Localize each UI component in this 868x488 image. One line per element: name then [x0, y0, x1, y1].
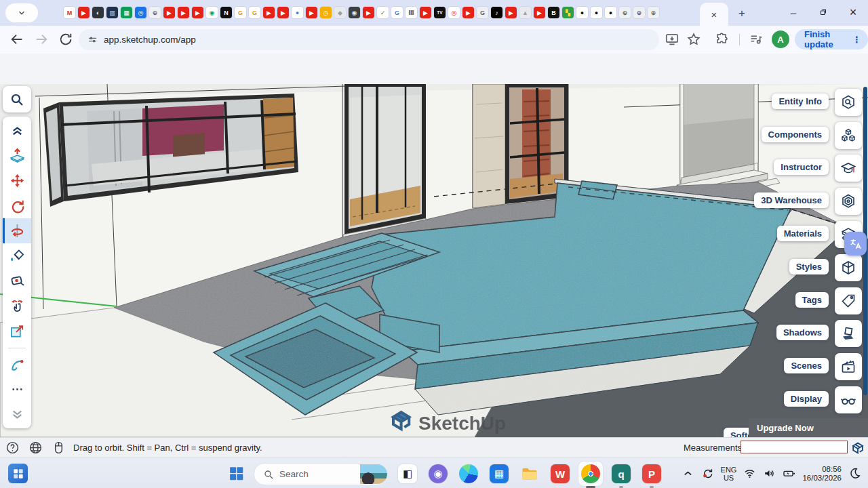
taskbar-app-store[interactable]: ▦ — [487, 462, 511, 486]
panel-button-display[interactable] — [835, 386, 862, 413]
pinned-tab-badge[interactable]: ◆ — [334, 7, 346, 18]
panel-button-styles[interactable] — [835, 254, 862, 281]
site-info-icon[interactable] — [87, 34, 98, 45]
tool-rotate[interactable] — [3, 193, 31, 218]
pinned-tab-g-gray[interactable]: G — [477, 7, 488, 18]
extensions-icon[interactable] — [715, 32, 730, 47]
window-restore-button[interactable] — [808, 0, 838, 24]
taskbar-app-file-explorer[interactable] — [517, 462, 542, 486]
finish-update-button[interactable]: Finish update ⋮ — [795, 29, 868, 49]
pinned-tab-spiral[interactable]: ◐ — [92, 7, 104, 18]
pinned-tab-g-orange[interactable]: G — [235, 7, 246, 18]
taskbar-search[interactable]: Search — [254, 463, 388, 485]
pinned-tab-youtube[interactable]: ▶ — [462, 7, 474, 18]
pinned-tab-gmail[interactable]: M — [64, 7, 75, 18]
pinned-tab-g-color[interactable]: G — [391, 7, 403, 18]
tool-orbit-gesture[interactable] — [3, 293, 31, 319]
pinned-tab-camera[interactable]: ◉ — [349, 7, 360, 18]
pinned-tab-youtube[interactable]: ▶ — [363, 7, 374, 18]
taskbar-app-q-app[interactable]: q — [609, 462, 633, 486]
panel-button-scenes[interactable] — [835, 353, 862, 380]
pinned-tab-globe[interactable]: ⊕ — [633, 7, 645, 18]
panel-button-tags[interactable] — [835, 287, 862, 314]
pinned-tab-dark-dot[interactable]: ● — [591, 7, 602, 18]
measurements-input[interactable] — [741, 441, 848, 453]
pinned-tab-field[interactable]: ▚ — [562, 7, 574, 18]
panel-button-warehouse[interactable] — [835, 188, 862, 215]
upgrade-banner[interactable]: Upgrade Now — [749, 418, 868, 437]
menu-dots-icon[interactable]: ⋮ — [852, 35, 861, 45]
tool-move[interactable] — [3, 168, 31, 193]
translate-button[interactable] — [844, 232, 867, 256]
language-globe-icon[interactable] — [28, 441, 43, 455]
active-tab[interactable]: × — [700, 3, 728, 26]
reload-button[interactable] — [58, 32, 73, 47]
pinned-tab-n-app[interactable]: N — [220, 7, 232, 18]
tool-expand-toolbar[interactable] — [3, 402, 31, 427]
taskbar-app-chrome[interactable] — [578, 462, 603, 486]
pinned-tab-youtube[interactable]: ▶ — [420, 7, 431, 18]
clock[interactable]: 08:56 16/03/2026 — [802, 465, 842, 483]
pinned-tab-youtube[interactable]: ▶ — [163, 7, 175, 18]
pinned-tab-clock[interactable]: ◷ — [320, 7, 332, 18]
window-minimize-button[interactable]: – — [778, 0, 808, 24]
pinned-tab-globe[interactable]: ⊕ — [648, 7, 659, 18]
pinned-tab-youtube[interactable]: ▶ — [178, 7, 189, 18]
forward-button[interactable] — [34, 32, 49, 47]
pinned-tab-clapper[interactable]: ▥ — [106, 7, 118, 18]
search-tool-button[interactable] — [3, 86, 31, 113]
tool-more-tools[interactable] — [3, 377, 31, 402]
3d-viewport[interactable]: SketchUp — [0, 84, 868, 437]
tool-paint[interactable] — [3, 243, 31, 268]
taskbar-app-wps-writer[interactable]: W — [548, 462, 572, 486]
reading-list-icon[interactable] — [749, 32, 764, 47]
pinned-tab-compass[interactable]: ◎ — [135, 7, 146, 18]
pinned-tab-tiktok[interactable]: ♪ — [491, 7, 502, 18]
pinned-tab-sphere[interactable]: ● — [292, 7, 303, 18]
taskbar-app-photos-app[interactable]: ◧ — [395, 462, 420, 486]
tray-overflow-icon[interactable] — [682, 467, 694, 480]
pinned-tab-b-app[interactable]: B — [548, 7, 559, 18]
panel-button-entity-info[interactable] — [835, 89, 862, 116]
tool-tape-measure[interactable] — [3, 268, 31, 293]
window-close-button[interactable]: × — [838, 0, 868, 24]
taskbar-app-edge[interactable] — [456, 462, 481, 486]
tab-search-chevron[interactable] — [5, 3, 38, 22]
panel-button-components[interactable] — [835, 122, 862, 149]
pinned-tab-green-ring[interactable]: ◉ — [206, 7, 218, 18]
pinned-tab-youtube[interactable]: ▶ — [78, 7, 90, 18]
panel-button-shadows[interactable] — [835, 320, 862, 347]
do-not-disturb-icon[interactable] — [848, 467, 861, 480]
back-button[interactable] — [9, 32, 24, 47]
tool-scale[interactable] — [3, 319, 31, 344]
pinned-tab-shield[interactable]: ✓ — [377, 7, 389, 18]
close-tab-icon[interactable]: × — [711, 9, 717, 20]
tool-follow-me[interactable] — [3, 218, 31, 243]
update-sync-icon[interactable] — [701, 467, 714, 480]
start-button[interactable] — [228, 465, 245, 482]
pinned-tab-target[interactable]: ◎ — [448, 7, 460, 18]
pinned-tab-youtube[interactable]: ▶ — [192, 7, 203, 18]
new-tab-button[interactable]: + — [734, 5, 750, 22]
install-app-icon[interactable] — [665, 32, 679, 47]
pinned-tab-dark-dot[interactable]: ● — [605, 7, 616, 18]
battery-icon[interactable] — [783, 467, 795, 480]
help-icon[interactable] — [5, 441, 20, 455]
pinned-tab-dark-dot[interactable]: ● — [576, 7, 588, 18]
bookmark-star-icon[interactable] — [686, 32, 701, 47]
pinned-tab-youtube[interactable]: ▶ — [263, 7, 275, 18]
pinned-tab-youtube[interactable]: ▶ — [277, 7, 289, 18]
pinned-tab-globe[interactable]: ⊕ — [149, 7, 161, 18]
url-text[interactable]: app.sketchup.com/app — [104, 35, 196, 45]
address-bar[interactable]: app.sketchup.com/app — [79, 29, 659, 50]
pinned-tab-globe[interactable]: ⊕ — [619, 7, 631, 18]
volume-icon[interactable] — [763, 467, 776, 480]
search-highlight-image[interactable] — [360, 464, 387, 484]
pinned-tab-youtube[interactable]: ▶ — [505, 7, 517, 18]
pinned-tab-photo[interactable]: ▲ — [519, 7, 531, 18]
pinned-tab-youtube[interactable]: ▶ — [534, 7, 545, 18]
widgets-button[interactable] — [8, 464, 28, 483]
tool-arc[interactable] — [3, 352, 31, 377]
browser-profile-avatar[interactable]: A — [772, 30, 789, 48]
taskbar-app-wps-slides[interactable]: P — [639, 462, 664, 486]
